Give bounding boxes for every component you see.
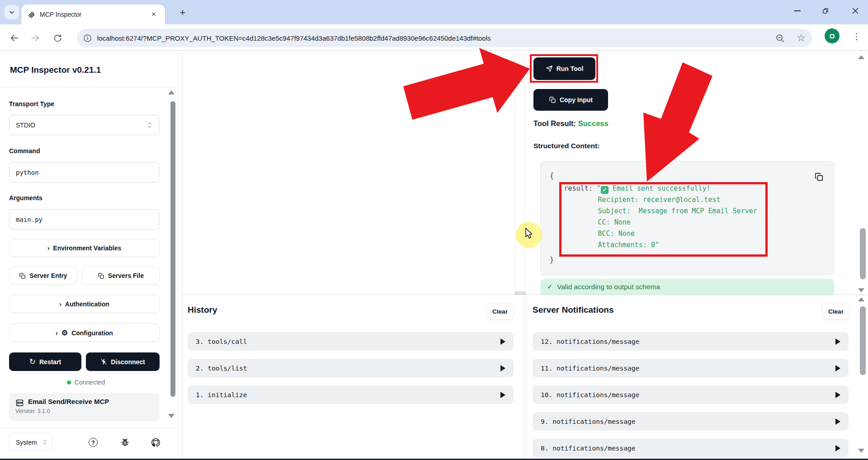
browser-tab-active[interactable]: MCP Inspector × <box>21 5 165 24</box>
result-scroll-down[interactable] <box>858 288 864 292</box>
restart-label: Restart <box>39 358 61 366</box>
forward-button[interactable] <box>28 31 42 45</box>
restart-icon: ↻ <box>29 357 36 366</box>
expand-play-icon <box>835 392 840 398</box>
environment-variables-label: Environment Variables <box>53 244 121 252</box>
transport-type-label: Transport Type <box>9 100 54 108</box>
url-bar[interactable]: localhost:6274/?MCP_PROXY_AUTH_TOKEN=c4d… <box>77 29 812 47</box>
copy-json-button[interactable] <box>813 171 825 183</box>
tab-strip: MCP Inspector × + <box>0 0 868 24</box>
bookmark-star-icon[interactable]: ☆ <box>797 33 806 43</box>
run-tool-button[interactable]: Run Tool <box>533 57 595 80</box>
divider <box>0 428 183 428</box>
copy-input-button[interactable]: Copy Input <box>533 89 608 111</box>
servers-file-button[interactable]: Servers File <box>82 267 160 285</box>
chevron-right-icon: › <box>56 329 58 337</box>
schema-valid-text: Valid according to output schema <box>557 283 660 291</box>
report-bug-button[interactable] <box>118 436 131 449</box>
transport-type-select[interactable]: STDIO <box>9 115 160 135</box>
history-item[interactable]: 1. initialize <box>188 385 514 404</box>
notification-item[interactable]: 8. notifications/message <box>533 439 849 457</box>
environment-variables-button[interactable]: › Environment Variables <box>9 239 160 257</box>
github-button[interactable] <box>149 436 162 449</box>
new-tab-button[interactable]: + <box>176 6 189 19</box>
tab-close-icon[interactable]: × <box>149 9 159 19</box>
copy-icon <box>814 172 824 182</box>
sidebar-scrollbar-thumb[interactable] <box>170 101 175 397</box>
site-info-icon[interactable] <box>83 34 92 42</box>
chevron-down-icon <box>9 9 15 15</box>
server-entry-button[interactable]: Server Entry <box>9 267 77 285</box>
check-icon: ✓ <box>547 283 553 291</box>
command-input[interactable]: python <box>9 162 160 183</box>
browser-window: MCP Inspector × + localhost:6274/?M <box>0 0 868 460</box>
zoom-out-icon[interactable] <box>775 33 785 43</box>
copy-icon <box>549 96 556 103</box>
schema-valid-banner: ✓ Valid according to output schema <box>540 279 834 295</box>
chevron-right-icon: › <box>59 300 61 308</box>
sidebar-scroll-down[interactable] <box>168 414 175 418</box>
window-minimize-button[interactable] <box>788 3 807 19</box>
mcp-favicon <box>28 11 35 19</box>
divider <box>0 87 183 87</box>
url-text[interactable]: localhost:6274/?MCP_PROXY_AUTH_TOKEN=c4d… <box>97 34 775 42</box>
json-open-brace: { <box>550 170 731 182</box>
result-scroll-up[interactable] <box>858 55 864 59</box>
server-info-card[interactable]: Email Send/Receive MCP Version: 3.1.0 <box>9 393 160 421</box>
disconnect-label: Disconnect <box>111 358 145 366</box>
restart-button[interactable]: ↻ Restart <box>9 352 81 371</box>
notifications-scroll-up[interactable] <box>858 297 864 301</box>
notifications-clear-button[interactable]: Clear <box>822 303 850 320</box>
pane-resizer-handle[interactable] <box>514 291 526 295</box>
disconnect-button[interactable]: Disconnect <box>86 352 160 371</box>
servers-file-label: Servers File <box>108 272 144 279</box>
connected-dot-icon <box>67 380 71 385</box>
sidebar-scroll-up[interactable] <box>168 90 175 94</box>
notifications-title: Server Notifications <box>533 305 614 315</box>
notifications-scroll-down[interactable] <box>858 449 864 453</box>
arguments-input[interactable]: main.py <box>9 209 160 230</box>
tab-search-button[interactable] <box>5 5 19 19</box>
window-close-button[interactable] <box>845 3 865 19</box>
theme-select[interactable]: System <box>9 433 52 451</box>
notifications-scrollbar-thumb[interactable] <box>860 306 866 375</box>
help-icon: ? <box>89 438 98 447</box>
authentication-button[interactable]: › Authentication <box>9 295 160 313</box>
history-item-label: 2. tools/list <box>196 365 500 372</box>
authentication-label: Authentication <box>65 300 109 308</box>
expand-play-icon <box>500 338 505 345</box>
connection-status-label: Connected <box>75 379 105 386</box>
help-button[interactable]: ? <box>87 436 99 449</box>
history-item[interactable]: 3. tools/call <box>188 332 514 351</box>
notification-item[interactable]: 11. notifications/message <box>533 359 849 377</box>
notification-item-label: 9. notifications/message <box>541 418 835 425</box>
configuration-button[interactable]: › ⚙ Configuration <box>9 324 160 342</box>
unplug-icon <box>100 358 107 365</box>
notification-item[interactable]: 9. notifications/message <box>533 412 849 431</box>
tab-title: MCP Inspector <box>40 11 149 18</box>
server-entry-label: Server Entry <box>29 272 67 279</box>
history-title: History <box>188 305 217 315</box>
arguments-value: main.py <box>16 216 42 223</box>
expand-play-icon <box>500 365 505 371</box>
notification-item-label: 10. notifications/message <box>541 391 835 399</box>
theme-value: System <box>16 439 37 446</box>
connection-status: Connected <box>0 379 172 386</box>
select-chevrons-icon <box>146 122 153 129</box>
copy-icon <box>19 272 26 279</box>
copy-input-label: Copy Input <box>560 96 593 103</box>
profile-avatar[interactable]: O <box>825 28 840 43</box>
notification-item[interactable]: 10. notifications/message <box>533 385 849 404</box>
command-label: Command <box>9 147 40 155</box>
back-button[interactable] <box>8 31 21 45</box>
browser-menu-button[interactable]: ⋮ <box>851 30 863 42</box>
result-scrollbar-thumb[interactable] <box>860 228 866 279</box>
copy-icon <box>98 272 104 279</box>
history-clear-button[interactable]: Clear <box>486 303 514 320</box>
notification-item-label: 12. notifications/message <box>541 338 835 345</box>
notification-item[interactable]: 12. notifications/message <box>533 332 849 351</box>
window-restore-button[interactable] <box>816 3 835 19</box>
github-icon <box>151 438 160 447</box>
history-item[interactable]: 2. tools/list <box>188 359 514 377</box>
reload-button[interactable] <box>51 31 64 45</box>
